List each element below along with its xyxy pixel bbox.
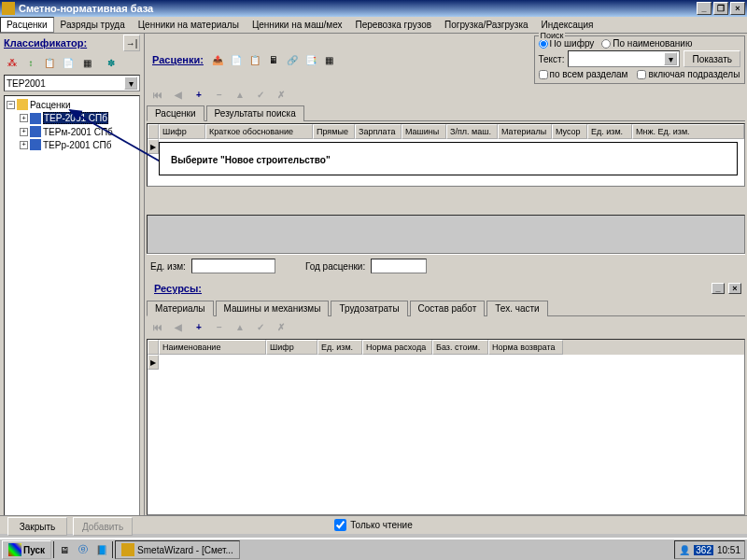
year-input[interactable] xyxy=(371,259,427,273)
expand-icon[interactable]: + xyxy=(20,128,28,136)
tab-mech[interactable]: Машины и механизмы xyxy=(216,301,330,316)
col-unit[interactable]: Ед. изм. xyxy=(587,124,632,139)
copy-icon[interactable]: 📋 xyxy=(247,51,263,68)
tree-node-terr[interactable]: + ТЕРр-2001 СПб xyxy=(7,138,137,151)
paste-icon[interactable]: 📄 xyxy=(60,54,77,71)
expand-icon[interactable]: + xyxy=(20,114,28,122)
tree-collapse-icon[interactable]: ↕ xyxy=(22,54,39,71)
close-app-button[interactable]: Закрыть xyxy=(7,517,67,536)
rates-navbar: ⏮ ◀ + − ▲ ✓ ✗ xyxy=(147,84,745,105)
grid-icon[interactable]: ▦ xyxy=(321,51,338,68)
tree-expand-icon[interactable]: ⁂ xyxy=(4,54,21,71)
search-show-button[interactable]: Показать xyxy=(684,50,740,67)
chk-incl-sub[interactable]: включая подразделы xyxy=(637,69,740,79)
copy-icon[interactable]: 📋 xyxy=(41,54,58,71)
export-icon[interactable]: 📤 xyxy=(209,51,226,68)
radio-input[interactable] xyxy=(539,39,548,49)
readonly-checkbox[interactable] xyxy=(334,519,346,531)
nav-cancel-icon[interactable]: ✗ xyxy=(274,88,289,101)
start-button[interactable]: Пуск xyxy=(2,540,51,559)
tab-materials[interactable]: Материалы xyxy=(147,301,214,316)
chevron-down-icon[interactable]: ▾ xyxy=(664,52,677,65)
search-text-combo[interactable]: ▾ xyxy=(568,50,680,67)
col-machines[interactable]: Машины xyxy=(402,124,446,139)
col-unit[interactable]: Ед. изм. xyxy=(317,340,362,355)
classifier-tree[interactable]: − Расценки + ТЕР-2001 СПб + ТЕРм-2001 СП… xyxy=(4,95,140,517)
checkbox-input[interactable] xyxy=(539,70,548,79)
col-waste[interactable]: Мусор xyxy=(552,124,587,139)
nav-ok-icon[interactable]: ✓ xyxy=(253,320,268,333)
nav-cancel-icon[interactable]: ✗ xyxy=(274,320,289,333)
menu-loading[interactable]: Погрузка/Разгрузка xyxy=(438,17,535,33)
tree-node-term[interactable]: + ТЕРм-2001 СПб xyxy=(7,125,137,138)
nav-first-icon[interactable]: ⏮ xyxy=(150,320,165,333)
tree-node-ter[interactable]: + ТЕР-2001 СПб xyxy=(7,111,137,125)
link-icon[interactable]: 🔗 xyxy=(284,51,301,68)
tab-results[interactable]: Результаты поиска xyxy=(206,105,304,121)
nav-prev-icon[interactable]: ◀ xyxy=(171,88,186,101)
tree-node-root[interactable]: − Расценки xyxy=(7,98,137,111)
res-grid-body[interactable]: ▶ xyxy=(148,355,744,485)
col-salary[interactable]: Зарплата xyxy=(355,124,402,139)
expand-icon[interactable]: + xyxy=(20,141,28,149)
col-desc[interactable]: Краткое обоснование xyxy=(205,124,313,139)
menu-labor[interactable]: Разряды труда xyxy=(54,17,132,33)
min-panel-icon[interactable]: _ xyxy=(712,283,725,294)
nav-add-icon[interactable]: + xyxy=(191,88,206,101)
chk-all-sections[interactable]: по всем разделам xyxy=(539,69,628,79)
nav-edit-icon[interactable]: ▲ xyxy=(233,88,247,101)
close-button[interactable]: × xyxy=(730,2,745,15)
chevron-down-icon[interactable]: ▾ xyxy=(124,77,137,90)
add-button[interactable]: Добавить xyxy=(73,517,133,536)
tab-composition[interactable]: Состав работ xyxy=(410,301,486,316)
menu-transport[interactable]: Перевозка грузов xyxy=(349,17,438,33)
minimize-button[interactable]: _ xyxy=(697,2,712,15)
ql-ie-icon[interactable]: ⓔ xyxy=(75,541,92,558)
ql-desktop-icon[interactable]: 🖥 xyxy=(56,541,73,558)
checkbox-input[interactable] xyxy=(637,70,646,79)
nav-add-icon[interactable]: + xyxy=(191,320,206,333)
nav-ok-icon[interactable]: ✓ xyxy=(253,88,268,101)
nav-prev-icon[interactable]: ◀ xyxy=(171,320,186,333)
tray-icon[interactable]: 👤 xyxy=(679,545,690,555)
maximize-button[interactable]: ❐ xyxy=(713,2,728,15)
collapse-button[interactable]: →| xyxy=(123,35,140,51)
unit-input[interactable] xyxy=(191,259,275,273)
tab-tech[interactable]: Тех. части xyxy=(486,301,547,316)
col-direct[interactable]: Прямые xyxy=(313,124,355,139)
classifier-combo[interactable]: ТЕР2001 ▾ xyxy=(4,75,140,91)
system-tray[interactable]: 👤 362 10:51 xyxy=(674,540,745,559)
menu-materials[interactable]: Ценники на материалы xyxy=(132,17,246,33)
radio-by-name[interactable]: По наименованию xyxy=(601,38,692,49)
col-code[interactable]: Шифр xyxy=(266,340,317,355)
taskbar-app-button[interactable]: SmetaWizard - [Смет... xyxy=(115,540,240,559)
tab-labor[interactable]: Трудозатраты xyxy=(331,301,407,316)
col-cost[interactable]: Баз. стоим. xyxy=(432,340,488,355)
col-name[interactable]: Наименование xyxy=(159,340,266,355)
col-mult-unit[interactable]: Мнж. Ед. изм. xyxy=(632,124,744,139)
nav-first-icon[interactable]: ⏮ xyxy=(150,88,165,101)
list-icon[interactable]: 📑 xyxy=(303,51,319,68)
find-icon[interactable]: ▦ xyxy=(78,54,95,71)
close-panel-icon[interactable]: × xyxy=(728,283,741,294)
col-materials[interactable]: Материалы xyxy=(498,124,552,139)
nav-del-icon[interactable]: − xyxy=(212,320,227,333)
nav-edit-icon[interactable]: ▲ xyxy=(233,320,247,333)
detail-text-area[interactable] xyxy=(147,215,745,254)
tray-lang[interactable]: 362 xyxy=(694,545,713,555)
nav-del-icon[interactable]: − xyxy=(212,88,227,101)
doc-icon[interactable]: 📄 xyxy=(228,51,245,68)
col-code[interactable]: Шифр xyxy=(159,124,205,139)
col-mach-sal[interactable]: З/пл. маш. xyxy=(446,124,498,139)
menu-machines[interactable]: Ценники на маш/мех xyxy=(246,17,349,33)
tab-rates[interactable]: Расценки xyxy=(147,105,204,121)
col-return[interactable]: Норма возврата xyxy=(488,340,563,355)
collapse-icon[interactable]: − xyxy=(7,101,15,109)
col-rate[interactable]: Норма расхода xyxy=(362,340,432,355)
radio-input[interactable] xyxy=(601,39,611,49)
menu-rates[interactable]: Расценки xyxy=(0,17,54,33)
resources-grid[interactable]: Наименование Шифр Ед. изм. Норма расхода… xyxy=(147,339,745,515)
calc-icon[interactable]: 🖩 xyxy=(265,51,282,68)
refresh-icon[interactable]: ✽ xyxy=(103,54,120,71)
ql-app-icon[interactable]: 📘 xyxy=(93,541,110,558)
